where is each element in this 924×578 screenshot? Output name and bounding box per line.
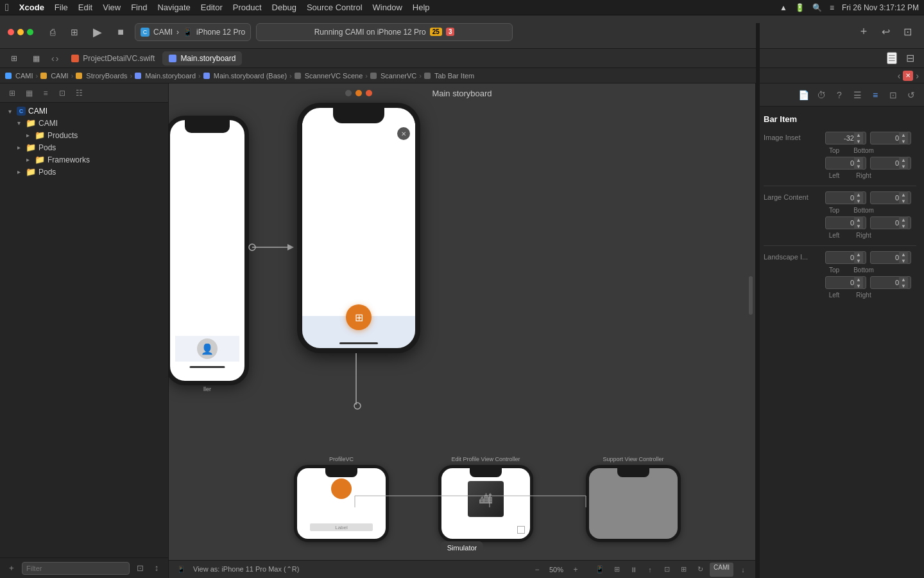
tab-swift-file[interactable]: ProjectDetailVC.swift — [65, 51, 161, 66]
toggle-frameworks[interactable]: ▸ — [23, 155, 32, 164]
landscape-val2[interactable]: ▲ ▼ — [870, 251, 911, 264]
landscape-right-input[interactable] — [873, 279, 899, 286]
landscape-left-val[interactable]: ▲ ▼ — [825, 276, 866, 289]
statusbar-rotate-btn[interactable]: ↻ — [693, 563, 707, 577]
toggle-pods-2[interactable]: ▸ — [14, 168, 23, 177]
image-inset-right-val[interactable]: ▲ ▼ — [870, 157, 911, 170]
menubar-debug[interactable]: Debug — [272, 3, 296, 12]
sidebar-header-btn4[interactable]: ⊡ — [55, 86, 69, 100]
tab-storyboard[interactable]: Main.storyboard — [162, 51, 242, 66]
nav-back-arrow[interactable]: ‹ — [51, 53, 55, 64]
stepper-up-5[interactable]: ▲ — [854, 191, 863, 198]
sidebar-header-btn2[interactable]: ▦ — [22, 86, 36, 100]
menubar-view[interactable]: View — [103, 3, 121, 12]
layout-btn[interactable]: ⊞ — [65, 23, 83, 41]
phone-close-btn[interactable]: ✕ — [397, 127, 410, 140]
statusbar-up-btn[interactable]: ↑ — [643, 563, 657, 577]
breadcrumb-item-main-base[interactable]: Main.storyboard (Base) — [214, 72, 287, 80]
sidebar-header-btn3[interactable]: ≡ — [38, 86, 53, 100]
run-button[interactable]: ▶ — [89, 23, 107, 41]
inspector-help-btn[interactable]: ? — [832, 87, 847, 103]
stepper-up-1[interactable]: ▲ — [854, 132, 863, 138]
toggle-cami-sub[interactable]: ▾ — [14, 119, 23, 128]
large-content-left-input[interactable] — [828, 219, 854, 227]
inspector-quick-btn[interactable]: ⏱ — [814, 87, 829, 103]
image-inset-left-val[interactable]: ▲ ▼ — [825, 157, 866, 170]
menubar-window[interactable]: Window — [373, 3, 402, 12]
sidebar-item-cami-root[interactable]: ▾ C CAMI — [0, 105, 168, 117]
statusbar-align-btn[interactable]: ⊡ — [660, 563, 674, 577]
stepper-up-3[interactable]: ▲ — [854, 157, 863, 163]
sidebar-item-pods-1[interactable]: ▸ 📁 Pods — [0, 141, 168, 153]
stepper-down-3[interactable]: ▼ — [854, 163, 863, 170]
large-content-input2[interactable] — [873, 194, 899, 202]
breadcrumb-item-cami2[interactable]: CAMI — [51, 72, 69, 80]
landscape-left-input[interactable] — [828, 279, 854, 286]
sidebar-options-btn[interactable]: ⊡ — [133, 562, 146, 575]
menubar-source-control[interactable]: Source Control — [307, 3, 363, 12]
warning-badge[interactable]: 25 — [430, 28, 442, 36]
error-prev-btn[interactable]: ‹ — [898, 71, 901, 81]
large-content-right-val[interactable]: ▲ ▼ — [870, 216, 911, 229]
breadcrumb-item-tab-bar[interactable]: Tab Bar Item — [434, 72, 474, 80]
close-dot[interactable] — [8, 29, 14, 35]
landscape-right-val[interactable]: ▲ ▼ — [870, 276, 911, 289]
filter-input[interactable] — [22, 562, 130, 575]
stepper-down-7[interactable]: ▼ — [854, 223, 863, 229]
sidebar-header-btn5[interactable]: ☷ — [72, 86, 86, 100]
zoom-out-btn[interactable]: − — [530, 563, 544, 577]
image-inset-input1[interactable] — [828, 134, 854, 142]
tab-menu-btn[interactable]: ☰ — [887, 52, 897, 64]
stepper-down-1[interactable]: ▼ — [854, 138, 863, 144]
apple-menu[interactable]:  — [5, 2, 9, 13]
stop-button[interactable]: ■ — [112, 23, 130, 41]
minimize-dot[interactable] — [17, 29, 24, 35]
inspector-file-btn[interactable]: 📄 — [796, 87, 811, 103]
toggle-cami-root[interactable]: ▾ — [5, 107, 14, 116]
search-menubar-icon[interactable]: 🔍 — [812, 3, 822, 12]
large-content-val2[interactable]: ▲ ▼ — [870, 191, 911, 204]
statusbar-device-btn[interactable]: 📱 — [593, 563, 607, 577]
stepper-down-5[interactable]: ▼ — [854, 198, 863, 204]
landscape-input2[interactable] — [873, 254, 899, 261]
toggle-products[interactable]: ▸ — [23, 131, 32, 140]
stepper-down-10[interactable]: ▼ — [899, 258, 908, 264]
stepper-up-10[interactable]: ▲ — [899, 251, 908, 258]
stepper-up-12[interactable]: ▲ — [899, 276, 908, 283]
menubar-product[interactable]: Product — [233, 3, 262, 12]
nav-bookmark-btn[interactable]: ▦ — [27, 49, 45, 67]
breadcrumb-item-storyboards[interactable]: StroryBoards — [86, 72, 127, 80]
toolbar-back-btn[interactable]: ↩ — [877, 23, 894, 41]
image-inset-input2[interactable] — [873, 134, 899, 142]
view-as-icon[interactable]: 📱 — [174, 563, 188, 577]
split-editor-btn[interactable]: ⊟ — [901, 49, 919, 67]
sidebar-item-frameworks[interactable]: ▸ 📁 Frameworks — [0, 153, 168, 166]
stepper-down-11[interactable]: ▼ — [854, 283, 863, 289]
notification-icon[interactable]: ≡ — [830, 3, 834, 12]
breadcrumb-error-btn[interactable]: ✕ — [903, 71, 913, 81]
menubar-xcode[interactable]: Xcode — [19, 3, 44, 12]
stepper-down-6[interactable]: ▼ — [899, 198, 908, 204]
error-badge[interactable]: 3 — [446, 28, 455, 36]
stepper-up-2[interactable]: ▲ — [899, 132, 908, 138]
sidebar-sort-btn[interactable]: ↕ — [150, 562, 163, 575]
breadcrumb-item-main-storyboard[interactable]: Main.storyboard — [145, 72, 196, 80]
scheme-selector[interactable]: C CAMI › 📱 iPhone 12 Pro — [135, 23, 251, 41]
menubar-find[interactable]: Find — [131, 3, 147, 12]
large-content-left-val[interactable]: ▲ ▼ — [825, 216, 866, 229]
breadcrumb-item-cami1[interactable]: CAMI — [15, 72, 33, 80]
zoom-in-btn[interactable]: + — [569, 563, 583, 577]
statusbar-move-btn[interactable]: ⊞ — [676, 563, 690, 577]
sidebar-item-products[interactable]: ▸ 📁 Products — [0, 129, 168, 141]
large-content-right-input[interactable] — [873, 219, 899, 227]
stepper-down-9[interactable]: ▼ — [854, 258, 863, 264]
breadcrumb-item-scannervc-scene[interactable]: ScannerVC Scene — [305, 72, 363, 80]
large-content-val1[interactable]: ▲ ▼ — [825, 191, 866, 204]
image-inset-value2[interactable]: ▲ ▼ — [870, 132, 911, 144]
inspector-toggle-btn[interactable]: ⊡ — [898, 23, 916, 41]
statusbar-grid-btn[interactable]: ⊞ — [610, 563, 624, 577]
error-next-btn[interactable]: › — [916, 71, 919, 81]
menubar-file[interactable]: File — [55, 3, 68, 12]
stepper-down-4[interactable]: ▼ — [899, 163, 908, 170]
inspector-identity-btn[interactable]: ☰ — [850, 87, 865, 103]
